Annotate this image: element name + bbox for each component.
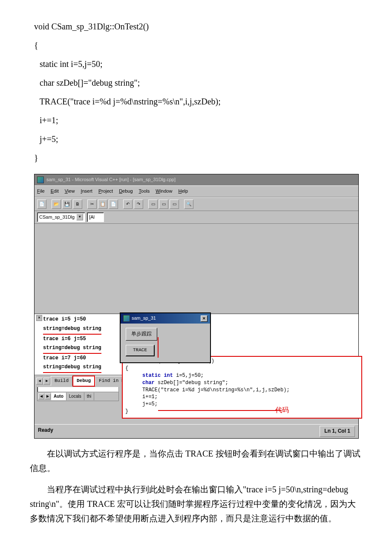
members-combo-value: [Al [89,213,95,222]
status-ready: Ready [38,426,53,437]
output-line: string=debug string [43,363,101,373]
code-text: szDeb[]="debug string"; [155,380,228,386]
undo-button[interactable]: ↶ [123,199,133,209]
tab-auto[interactable]: Auto [51,393,66,400]
standard-toolbar: 📄 📂 💾 🗎 ✂ 📋 📄 ↶ ↷ ▭ ▭ ▭ 🔍 [35,197,358,211]
statusbar: Ready Ln 1, Col 1 [35,424,358,438]
code-text: i=5,j=50; [173,373,204,379]
code-kw: static int [142,373,173,379]
tab-build[interactable]: Build [51,376,72,386]
menu-window[interactable]: Window [156,187,172,196]
menu-project[interactable]: Project [98,187,113,196]
code-line: char szDeb[]="debug string"; [34,73,366,92]
code-line: TRACE("trace i=%d j=%d\nstring=%s\n",i,j… [34,92,366,111]
menu-insert[interactable]: Insert [81,187,92,196]
output-line: string=debug string [43,344,101,354]
menubar[interactable]: File Edit View Insert Project Debug Tool… [35,185,358,197]
find-button[interactable]: 🔍 [184,199,193,209]
workspace-button[interactable]: ▭ [148,199,158,209]
tab-locals[interactable]: Locals [66,393,84,400]
code-line: static int i=5,j=50; [34,55,366,73]
dialog-title: sam_sp_31 [132,314,156,323]
source-code-block: void CSam_sp_31Dlg::OnTest2() { static i… [26,17,366,167]
code-text: i+=1; [125,393,359,401]
code-kw: char [142,380,155,386]
menu-help[interactable]: Help [178,187,188,196]
code-text: } [125,408,359,415]
window-list-button[interactable]: ▭ [170,199,179,209]
dialog-icon [123,315,130,322]
app-icon [37,176,44,183]
code-line: j+=5; [34,130,366,148]
step-trace-button[interactable]: 单步跟踪 [126,328,157,341]
scroll-right-icon[interactable]: ▶ [43,378,50,384]
menu-edit[interactable]: Edit [51,187,59,196]
code-line: { [34,36,366,55]
scroll-right-icon[interactable]: ▶ [45,393,51,399]
annotation-line [158,410,282,411]
scroll-left-icon[interactable]: ◀ [36,378,43,384]
class-combo[interactable]: CSam_sp_31Dlg ▼ [37,212,85,223]
menu-tools[interactable]: Tools [139,187,150,196]
code-text: TRACE("trace i=%d j=%d\nstring=%s\n",i,j… [125,387,359,394]
menu-file[interactable]: File [37,187,45,196]
tab-debug[interactable]: Debug [72,376,95,387]
output-line: string=debug string [43,324,101,335]
code-text: { [125,365,359,372]
ide-client-area: Debug ↻ ⬛ ⏸ ▶ ➜ ⤵ ⤼ ⤴ 👓 📊 ▭ ▭ ▭ ▭ ▭ [35,313,358,424]
scroll-left-icon[interactable]: ◀ [38,393,44,399]
code-editor-callout: void CSam_sp_31Dlg::OnTest2() { static i… [122,356,362,418]
close-icon[interactable]: ✕ [201,315,208,322]
running-dialog: sam_sp_31 ✕ 单步跟踪 TRACE [120,312,211,363]
chevron-down-icon[interactable]: ▼ [76,214,83,220]
code-line: } [34,148,366,167]
open-button[interactable]: 📂 [52,199,61,209]
new-button[interactable]: 📄 [37,199,46,209]
window-title: sam_sp_31 - Microsoft Visual C++ [run] -… [46,176,176,184]
members-combo[interactable]: [Al [87,212,104,223]
copy-button[interactable]: 📋 [98,199,107,209]
code-line: i+=1; [34,111,366,130]
code-line: void CSam_sp_31Dlg::OnTest2() [34,17,366,36]
output-button[interactable]: ▭ [159,199,168,209]
annotation-line [158,337,159,358]
save-button[interactable]: 💾 [62,199,72,209]
save-all-button[interactable]: 🗎 [73,199,82,209]
tab-this[interactable]: thi [84,393,95,400]
body-paragraph: 当程序在调试过程中执行到此处时会在输出窗口输入"trace i=5 j=50\n… [26,482,366,526]
menu-view[interactable]: View [65,187,75,196]
body-paragraph: 在以调试方式运行程序是，当你点击 TRACE 按钮时会看到在调试窗口中输出了调试… [26,446,366,475]
ide-window: sam_sp_31 - Microsoft Visual C++ [run] -… [34,174,359,439]
code-text: j+=5; [125,401,359,408]
redo-button[interactable]: ↷ [134,199,143,209]
cut-button[interactable]: ✂ [87,199,97,209]
wizard-toolbar: CSam_sp_31Dlg ▼ [Al [35,211,358,224]
output-close-icon[interactable]: × [36,315,42,321]
status-cursor-pos: Ln 1, Col 1 [320,426,355,437]
class-combo-value: CSam_sp_31Dlg [39,213,75,222]
menu-debug[interactable]: Debug [119,187,133,196]
trace-button[interactable]: TRACE [126,345,155,356]
ide-titlebar: sam_sp_31 - Microsoft Visual C++ [run] -… [35,174,358,185]
paste-button[interactable]: 📄 [109,199,118,209]
